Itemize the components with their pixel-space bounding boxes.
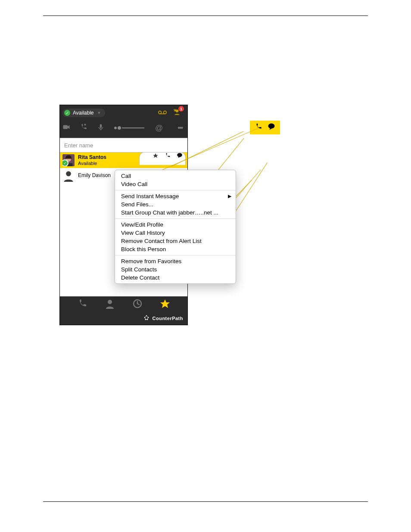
menu-delete-contact[interactable]: Delete Contact: [115, 274, 236, 282]
svg-rect-4: [63, 125, 68, 129]
menu-remove-alert[interactable]: Remove Contact from Alert List: [115, 237, 236, 245]
nav-favorites-icon[interactable]: [160, 299, 170, 311]
nav-contacts-icon[interactable]: [105, 299, 115, 311]
presence-selector[interactable]: ✓ Available ▼: [62, 109, 105, 117]
slider-handle-icon: [118, 126, 121, 130]
menu-separator: [115, 255, 236, 255]
nav-history-icon[interactable]: [132, 299, 143, 311]
menu-remove-favorite[interactable]: Remove from Favorites: [115, 257, 236, 265]
avatar: ✓: [62, 154, 75, 166]
more-icon[interactable]: •••: [177, 124, 182, 132]
menu-block-person[interactable]: Block this Person: [115, 245, 236, 253]
contact-text: Emily Davison: [78, 173, 111, 178]
svg-marker-17: [160, 299, 170, 308]
svg-point-23: [268, 124, 275, 129]
contact-context-menu: Call Video Call Send Instant Message ▶ S…: [115, 170, 236, 284]
menu-view-edit-profile[interactable]: View/Edit Profile: [115, 221, 236, 229]
contact-status: Available: [78, 161, 106, 166]
chevron-down-icon: ▼: [97, 111, 101, 115]
avatar-placeholder-icon: [62, 170, 75, 182]
svg-marker-11: [153, 153, 158, 158]
slider-track-icon: [122, 128, 144, 128]
media-toolbar: @ •••: [62, 122, 185, 134]
page-top-rule: [43, 16, 368, 16]
presence-badge-icon: ✓: [62, 159, 68, 166]
missed-call-icon[interactable]: 1: [173, 108, 181, 118]
svg-marker-5: [68, 125, 70, 129]
menu-send-im[interactable]: Send Instant Message ▶: [115, 192, 236, 200]
nav-dialer-icon[interactable]: [77, 299, 87, 311]
menu-send-files[interactable]: Send Files...: [115, 200, 236, 208]
svg-rect-6: [100, 124, 102, 128]
brand-name: CounterPath: [153, 316, 184, 321]
page-bottom-rule: [43, 501, 368, 502]
contact-row-selected[interactable]: ✓ Rita Santos Available: [60, 152, 187, 168]
svg-point-12: [177, 153, 182, 157]
contact-name: Rita Santos: [78, 155, 106, 160]
brand-row: CounterPath: [60, 313, 187, 325]
volume-slider[interactable]: [114, 126, 144, 130]
voicemail-icon[interactable]: [158, 109, 167, 116]
presence-label: Available: [73, 110, 93, 116]
callout-action-icons: [250, 121, 280, 134]
menu-start-group-chat[interactable]: Start Group Chat with jabber…..net ...: [115, 208, 236, 217]
menu-split-contacts[interactable]: Split Contacts: [115, 265, 236, 274]
search-bar: [60, 138, 187, 152]
phone-icon: [255, 123, 262, 132]
contact-text: Rita Santos Available: [78, 155, 106, 165]
svg-point-1: [164, 111, 167, 114]
presence-available-icon: ✓: [64, 110, 70, 116]
favorite-toggle-icon[interactable]: [153, 152, 159, 160]
top-bar: ✓ Available ▼ 1: [60, 105, 187, 138]
missed-call-badge: 1: [178, 106, 184, 112]
chevron-right-icon: ▶: [228, 192, 231, 200]
call-action-icon[interactable]: [165, 152, 171, 160]
svg-point-3: [176, 109, 179, 112]
mute-icon[interactable]: [97, 123, 105, 133]
slider-dot-icon: [114, 127, 117, 129]
contact-name: Emily Davison: [78, 173, 111, 178]
menu-view-call-history[interactable]: View Call History: [115, 229, 236, 237]
menu-call[interactable]: Call: [115, 172, 236, 180]
call-transfer-icon[interactable]: [80, 123, 87, 133]
menu-separator: [115, 190, 236, 190]
mention-icon[interactable]: @: [155, 124, 163, 133]
chat-action-icon[interactable]: [177, 152, 183, 160]
menu-video-call[interactable]: Video Call: [115, 180, 236, 188]
search-input[interactable]: [60, 142, 187, 149]
video-icon[interactable]: [62, 123, 70, 133]
chat-icon: [268, 123, 275, 132]
brand-logo-icon: [143, 314, 150, 323]
svg-point-15: [108, 300, 112, 304]
bottom-nav: CounterPath: [60, 296, 187, 325]
svg-point-0: [159, 111, 162, 114]
svg-point-14: [66, 171, 71, 177]
menu-separator: [115, 218, 236, 219]
menu-item-label: Send Instant Message: [121, 192, 179, 200]
